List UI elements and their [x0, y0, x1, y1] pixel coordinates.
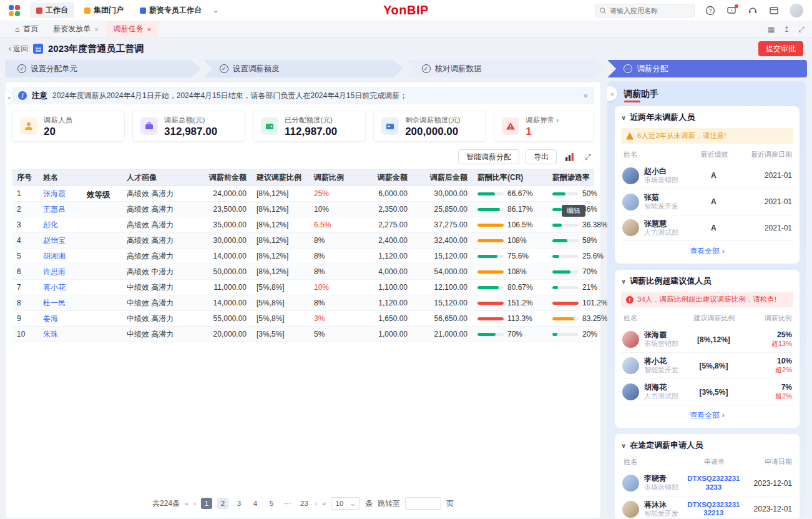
page-button[interactable]: 23 — [298, 498, 310, 509]
employee-name-link[interactable]: 王惠吕 — [38, 204, 79, 215]
amount-before: 23,500.00 — [190, 205, 252, 214]
adjust-ratio[interactable]: 3% — [309, 314, 354, 323]
request-no-link[interactable]: DTXSQ232323132213 — [687, 501, 740, 518]
page-button[interactable]: 1 — [201, 498, 212, 509]
page-button[interactable]: 5 — [266, 498, 277, 509]
tab-close-icon[interactable]: × — [147, 26, 151, 33]
calendar-icon[interactable] — [768, 5, 780, 16]
collapse-panel-handle[interactable]: » — [607, 86, 617, 101]
bar-value: 83.25% — [582, 314, 608, 323]
adjust-ratio[interactable]: 8% — [309, 252, 354, 260]
person-text: 李晓青市场营销部 — [644, 474, 678, 492]
person-name: 张茹 — [644, 193, 678, 202]
first-page-icon[interactable]: « — [185, 500, 188, 507]
help-icon[interactable]: ? — [705, 5, 716, 16]
step-2[interactable]: ✓设置调薪额度 — [203, 60, 403, 77]
table-row: 4赵怡宝高绩效 高潜力30,000.00[8%,12%]8%2,400.0032… — [12, 233, 594, 249]
section-toggle[interactable]: ∨调薪比例超建议值人员 — [621, 275, 793, 287]
message-icon[interactable] — [726, 5, 737, 16]
page-button[interactable]: 3 — [233, 498, 245, 509]
person-dept: 智能发开发 — [644, 202, 678, 211]
employee-name-link[interactable]: 张海霞 — [38, 189, 79, 199]
progress-track — [552, 255, 579, 258]
chart-icon[interactable] — [563, 151, 575, 163]
page-size-select[interactable]: 10⌄ — [331, 497, 360, 510]
step-4[interactable]: ⋯调薪分配 — [607, 60, 807, 77]
page-button[interactable]: 2 — [217, 498, 228, 509]
row-index: 10 — [12, 330, 38, 339]
adjust-ratio[interactable]: 5% — [309, 330, 354, 339]
user-avatar[interactable] — [790, 4, 803, 17]
employee-name-link[interactable]: 胡湘湘 — [38, 251, 79, 262]
adjust-ratio[interactable]: 8% — [309, 299, 354, 307]
notice-close-icon[interactable]: × — [583, 91, 588, 101]
tab-首页[interactable]: ⌂首页 — [7, 21, 46, 37]
employee-name-link[interactable]: 朱珠 — [38, 329, 79, 340]
mid-cell: A — [688, 171, 740, 180]
tab-薪资发放单[interactable]: 薪资发放单× — [46, 21, 105, 37]
top-bar: 工作台集团门户薪资专员工作台 ⌄ YonBIP ? — [0, 0, 812, 21]
adjust-ratio[interactable]: 8% — [309, 236, 354, 245]
page-button[interactable]: 4 — [250, 498, 261, 509]
request-no-cell[interactable]: DTXSQ23232313233 — [687, 475, 740, 492]
edit-tooltip-button[interactable]: 编辑 — [562, 205, 585, 217]
employee-name-link[interactable]: 彭化 — [38, 220, 79, 230]
progress-fill — [477, 239, 504, 242]
page-button[interactable]: ··· — [282, 498, 293, 509]
nav-item-3[interactable]: 薪资专员工作台 — [134, 2, 208, 18]
prev-page-icon[interactable]: ‹ — [193, 500, 196, 507]
jump-page-input[interactable] — [405, 497, 441, 510]
employee-name-link[interactable]: 许思雨 — [38, 267, 79, 277]
talent-portrait: 中绩效 高潜力 — [122, 314, 190, 324]
tab-close-icon[interactable]: × — [94, 26, 98, 33]
adjust-ratio[interactable]: 8% — [309, 267, 354, 276]
summary-card-5[interactable]: 调薪异常 ›1 — [494, 111, 594, 142]
upload-icon[interactable]: ↥ — [783, 25, 790, 34]
adjust-ratio[interactable]: 25% — [309, 189, 354, 198]
card-label: 调薪异常 › — [526, 116, 559, 125]
adjust-ratio[interactable]: 6.5% — [309, 220, 354, 229]
fullscreen-icon[interactable]: ⤢ — [798, 25, 805, 34]
smart-allocate-button[interactable]: 智能调薪分配 — [458, 149, 519, 164]
expand-table-icon[interactable]: ⤢ — [582, 151, 594, 163]
submit-approval-button[interactable]: 提交审批 — [758, 41, 803, 56]
grid-view-icon[interactable]: ▦ — [768, 25, 775, 34]
export-button[interactable]: 导出 — [526, 149, 557, 164]
next-page-icon[interactable]: › — [315, 500, 318, 507]
last-page-icon[interactable]: » — [322, 500, 326, 507]
adjust-amount: 2,350.00 — [354, 205, 413, 214]
nav-chevron-down-icon[interactable]: ⌄ — [213, 6, 218, 14]
amount-after: 15,120.00 — [413, 299, 472, 307]
cr-bar: 75.6% — [472, 252, 547, 260]
view-all-link[interactable]: 查看全部 › — [621, 241, 793, 258]
search-input[interactable] — [610, 7, 685, 14]
app-logo-icon[interactable] — [9, 5, 20, 16]
adjust-ratio[interactable]: 10% — [309, 283, 354, 292]
tab-调薪任务[interactable]: 调薪任务× — [106, 21, 159, 37]
view-all-link[interactable]: 查看全部 › — [621, 405, 793, 422]
step-3[interactable]: ✓核对调薪数据 — [406, 60, 605, 77]
employee-name-link[interactable]: 蒋小花 — [38, 282, 79, 293]
table-row: 5胡湘湘高绩效 高潜力14,000.00[8%,12%]8%1,120.0015… — [12, 249, 594, 264]
person-dept: 市场营销部 — [644, 176, 678, 185]
employee-name-link[interactable]: 姜海 — [38, 314, 79, 324]
headset-icon[interactable] — [747, 5, 758, 16]
nav-item-1[interactable]: 工作台 — [30, 2, 74, 18]
mini-column-header: 建议调薪比例 — [688, 314, 740, 323]
app-search[interactable] — [595, 4, 695, 17]
section-toggle[interactable]: ∨近两年未调薪人员 — [621, 112, 793, 123]
adjust-ratio[interactable]: 10% — [309, 205, 354, 214]
back-button[interactable]: ‹ 返回 — [9, 44, 28, 54]
bar-value: 20% — [582, 330, 597, 339]
step-1[interactable]: ✓设置分配单元 — [5, 60, 201, 77]
nav-item-2[interactable]: 集团门户 — [78, 2, 130, 18]
assistant-list-item: 张茹智能发开发A2021-01 — [621, 189, 793, 215]
request-no-cell[interactable]: DTXSQ232323132213 — [687, 501, 740, 518]
employee-name-link[interactable]: 杜一民 — [38, 298, 79, 309]
request-no-link[interactable]: DTXSQ23232313233 — [687, 475, 740, 492]
home-icon: ⌂ — [15, 25, 19, 34]
assistant-list-item: 李晓青市场营销部DTXSQ232323132332023-12-01 — [621, 470, 793, 497]
section-toggle[interactable]: ∨在途定调薪申请人员 — [621, 440, 793, 451]
employee-name-link[interactable]: 赵怡宝 — [38, 235, 79, 246]
person-name: 张慧慧 — [644, 219, 678, 229]
